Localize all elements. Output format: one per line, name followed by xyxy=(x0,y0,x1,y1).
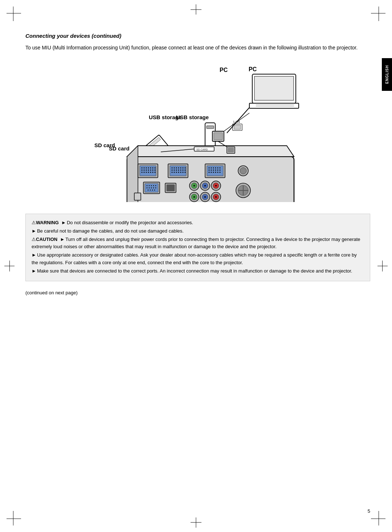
svg-point-52 xyxy=(172,170,173,171)
svg-point-102 xyxy=(152,190,153,191)
svg-point-62 xyxy=(178,172,179,173)
svg-point-77 xyxy=(215,170,216,171)
svg-point-98 xyxy=(153,188,154,189)
svg-point-87 xyxy=(240,168,246,174)
arrow-2: ► xyxy=(32,228,36,234)
caution-text-2: Use appropriate accessory or designated … xyxy=(32,252,357,265)
svg-point-36 xyxy=(142,172,143,173)
arrow-5: ► xyxy=(32,268,36,274)
pc-label: PC xyxy=(220,67,228,73)
reg-mark-right-h xyxy=(377,266,388,266)
crop-mark-tr-h xyxy=(371,13,385,13)
intro-paragraph: To use MIU (Multi Information processing… xyxy=(25,44,370,52)
svg-point-92 xyxy=(151,185,152,186)
svg-point-83 xyxy=(215,172,216,173)
svg-point-33 xyxy=(150,170,151,171)
arrow-4: ► xyxy=(32,252,36,258)
svg-point-25 xyxy=(148,168,149,169)
section-title: Connecting your devices (continued) xyxy=(25,33,370,39)
svg-point-31 xyxy=(146,170,147,171)
svg-point-38 xyxy=(146,172,147,173)
svg-point-91 xyxy=(149,185,150,186)
svg-text:PC: PC xyxy=(249,66,257,72)
caution-text-3: Make sure that devices are connected to … xyxy=(37,268,352,274)
warning-label-1: WARNING xyxy=(36,220,59,225)
svg-point-97 xyxy=(151,188,152,189)
svg-point-82 xyxy=(213,172,214,173)
svg-point-40 xyxy=(150,172,151,173)
svg-point-61 xyxy=(176,172,177,173)
caution-triangle-1: ⚠ xyxy=(32,237,36,242)
warning-text-2: Be careful not to damage the cables, and… xyxy=(37,228,184,234)
svg-point-59 xyxy=(172,172,173,173)
svg-point-69 xyxy=(211,168,212,169)
svg-point-45 xyxy=(172,168,173,169)
warning-text-1: Do not disassemble or modify the project… xyxy=(67,220,193,225)
svg-point-60 xyxy=(174,172,175,173)
arrow-3: ► xyxy=(60,237,65,242)
sd-card-label: SD card xyxy=(94,142,115,148)
svg-point-22 xyxy=(142,168,143,169)
svg-point-49 xyxy=(180,168,181,169)
crop-mark-bl-h xyxy=(7,519,21,519)
svg-point-41 xyxy=(152,172,154,173)
svg-point-58 xyxy=(185,170,186,171)
svg-point-108 xyxy=(193,185,195,186)
svg-point-42 xyxy=(155,172,156,173)
caution-label-1: CAUTION xyxy=(36,237,57,242)
svg-point-93 xyxy=(153,185,154,186)
svg-point-28 xyxy=(155,168,156,169)
svg-point-99 xyxy=(155,188,156,189)
caution-line-2: ►Use appropriate accessory or designated… xyxy=(32,251,364,267)
svg-point-55 xyxy=(178,170,179,171)
svg-point-24 xyxy=(146,168,147,169)
caution-text-1: Turn off all devices and unplug their po… xyxy=(32,237,360,250)
svg-point-114 xyxy=(215,185,217,186)
connection-diagram: PC LAN USB s xyxy=(71,60,325,202)
svg-rect-3 xyxy=(249,103,299,108)
crop-mark-br-h xyxy=(371,519,385,519)
svg-rect-128 xyxy=(134,193,141,200)
svg-point-34 xyxy=(152,170,154,171)
svg-point-56 xyxy=(180,170,181,171)
svg-point-73 xyxy=(220,168,221,169)
svg-point-78 xyxy=(217,170,219,171)
svg-point-32 xyxy=(148,170,149,171)
svg-point-48 xyxy=(178,168,179,169)
crop-mark-tl-h xyxy=(7,13,21,13)
svg-point-90 xyxy=(147,185,148,186)
svg-point-75 xyxy=(211,170,212,171)
svg-rect-2 xyxy=(254,76,294,100)
svg-point-51 xyxy=(185,168,186,169)
svg-point-65 xyxy=(185,172,186,173)
svg-point-111 xyxy=(204,185,206,186)
svg-rect-134 xyxy=(214,133,222,140)
svg-point-63 xyxy=(180,172,181,173)
caution-line-1: ⚠CAUTION ►Turn off all devices and unplu… xyxy=(32,236,364,251)
arrow-1: ► xyxy=(61,220,66,225)
svg-point-96 xyxy=(149,188,150,189)
svg-rect-12 xyxy=(207,126,214,129)
crop-mark-bl-v xyxy=(13,511,13,525)
svg-point-117 xyxy=(193,196,195,198)
svg-point-100 xyxy=(148,190,149,191)
svg-point-123 xyxy=(215,196,217,198)
svg-rect-19 xyxy=(127,157,294,202)
continued-text: (continued on next page) xyxy=(25,290,370,295)
svg-point-35 xyxy=(155,170,156,171)
svg-rect-9 xyxy=(234,125,241,129)
svg-point-23 xyxy=(144,168,145,169)
svg-point-103 xyxy=(154,190,155,191)
page-number: 5 xyxy=(368,508,370,514)
svg-point-64 xyxy=(183,172,184,173)
crop-mark-br-v xyxy=(379,511,379,525)
svg-point-80 xyxy=(209,172,210,173)
svg-rect-67 xyxy=(207,166,223,176)
svg-point-54 xyxy=(176,170,177,171)
main-content: Connecting your devices (continued) To u… xyxy=(25,33,370,499)
svg-point-68 xyxy=(209,168,210,169)
caution-line-3: ►Make sure that devices are connected to… xyxy=(32,267,364,275)
svg-rect-105 xyxy=(167,185,175,191)
language-label: ENGLISH xyxy=(385,65,389,84)
svg-point-70 xyxy=(213,168,214,169)
